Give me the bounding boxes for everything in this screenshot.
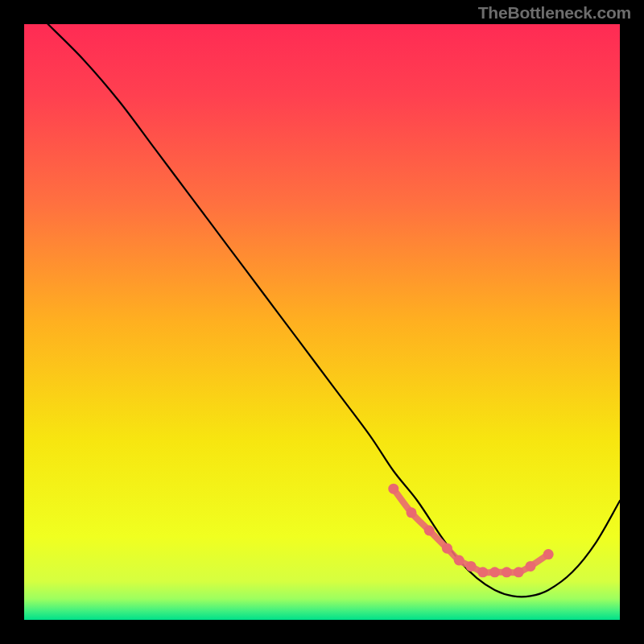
marker-dot xyxy=(466,561,477,572)
heatmap-background xyxy=(24,24,620,620)
chart-frame xyxy=(16,16,628,628)
marker-dot xyxy=(514,567,524,577)
marker-dot xyxy=(489,567,500,577)
marker-dot xyxy=(442,543,452,554)
chart-svg xyxy=(24,24,620,620)
marker-dot xyxy=(543,549,554,559)
chart-plot-area xyxy=(24,24,620,620)
marker-dot xyxy=(477,567,488,577)
watermark-text: TheBottleneck.com xyxy=(478,3,631,23)
marker-dot xyxy=(388,484,398,494)
marker-dot xyxy=(454,555,464,566)
marker-dot xyxy=(502,567,512,577)
marker-dot xyxy=(526,561,536,572)
marker-dot xyxy=(407,507,417,518)
marker-dot xyxy=(424,526,435,536)
